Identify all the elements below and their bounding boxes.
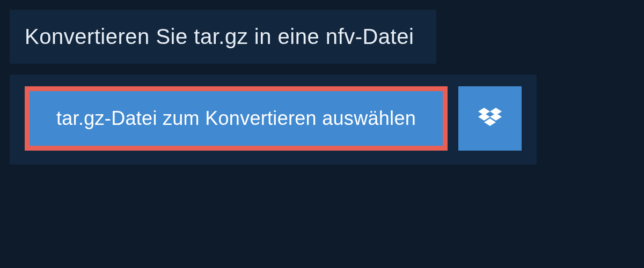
select-file-button[interactable]: tar.gz-Datei zum Konvertieren auswählen bbox=[25, 86, 448, 151]
main-container: Konvertieren Sie tar.gz in eine nfv-Date… bbox=[0, 0, 644, 165]
page-title: Konvertieren Sie tar.gz in eine nfv-Date… bbox=[25, 25, 414, 49]
select-file-label: tar.gz-Datei zum Konvertieren auswählen bbox=[56, 107, 416, 130]
dropbox-icon bbox=[478, 108, 502, 129]
dropbox-button[interactable] bbox=[458, 86, 522, 151]
button-panel: tar.gz-Datei zum Konvertieren auswählen bbox=[10, 75, 537, 165]
title-bar: Konvertieren Sie tar.gz in eine nfv-Date… bbox=[10, 10, 436, 64]
